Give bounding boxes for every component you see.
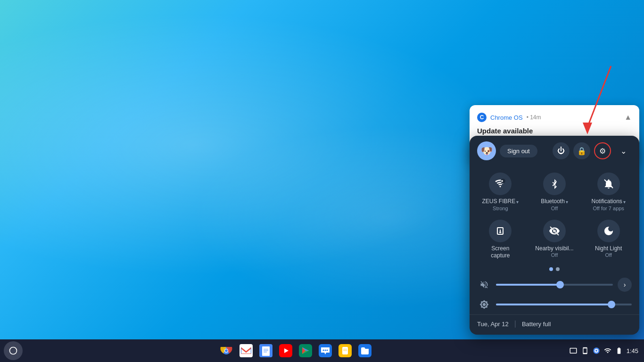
screen-capture-toggle-circle: [489, 220, 512, 242]
wifi-label: ZEUS FIBRE: [482, 198, 515, 206]
status-battery: Battery full: [522, 321, 551, 328]
avatar[interactable]: 🐶: [477, 141, 496, 160]
taskbar-app-gmail[interactable]: [238, 342, 255, 359]
svg-rect-16: [264, 352, 267, 353]
svg-rect-14: [264, 349, 268, 350]
settings-icon: ⚙: [599, 147, 606, 156]
volume-expand-button[interactable]: ›: [618, 278, 632, 292]
launcher-button[interactable]: [4, 341, 23, 360]
chevron-down-icon: ⌄: [620, 147, 627, 156]
lock-button[interactable]: 🔒: [573, 142, 590, 159]
page-dots: [470, 265, 639, 275]
bluetooth-label: Bluetooth: [541, 198, 565, 206]
night-light-label: Night Light: [595, 245, 622, 253]
taskbar: 1:45: [0, 339, 644, 362]
taskbar-app-messages[interactable]: [317, 342, 334, 359]
power-icon: ⏻: [557, 147, 565, 155]
settings-button[interactable]: ⚙: [594, 142, 611, 159]
clock-display[interactable]: 1:45: [627, 347, 638, 354]
svg-point-6: [10, 347, 17, 354]
bluetooth-toggle[interactable]: Bluetooth ▾ Off: [528, 168, 582, 215]
nearby-visibility-label: Nearby visibil...: [535, 245, 573, 253]
status-date: Tue, Apr 12: [477, 321, 509, 328]
screen-capture-toggle[interactable]: Screencapture: [473, 215, 528, 263]
taskbar-app-chrome[interactable]: [218, 342, 235, 359]
screen-capture-label: Screencapture: [491, 245, 510, 260]
brightness-track[interactable]: [496, 304, 632, 305]
desktop: C Chrome OS • 14m ▲ Update available Lea…: [0, 0, 644, 362]
bluetooth-toggle-circle: [543, 173, 566, 195]
notif-time: • 14m: [527, 114, 541, 121]
battery-tray-icon: [615, 347, 623, 354]
bluetooth-dropdown-arrow: ▾: [566, 199, 568, 205]
wifi-toggle-circle: [489, 173, 512, 195]
quick-settings-panel: 🐶 Sign out ⏻ 🔒 ⚙ ⌄: [470, 136, 639, 335]
nearby-visibility-toggle[interactable]: Nearby visibil... Off: [528, 215, 582, 263]
taskbar-app-keep[interactable]: [337, 342, 354, 359]
status-divider: |: [514, 320, 516, 328]
power-button[interactable]: ⏻: [553, 142, 570, 159]
svg-point-22: [325, 350, 326, 351]
toggle-grid: ZEUS FIBRE ▾ Strong Bluetooth ▾ Off: [470, 166, 639, 265]
svg-rect-26: [343, 349, 347, 350]
night-light-status: Off: [605, 252, 611, 258]
nearby-visibility-status: Off: [551, 252, 558, 258]
svg-point-23: [327, 350, 328, 351]
lock-icon: 🔒: [577, 147, 586, 156]
collapse-button[interactable]: ⌄: [615, 142, 632, 159]
taskbar-app-docs[interactable]: [257, 342, 274, 359]
page-dot-1[interactable]: [549, 267, 553, 271]
wifi-dropdown-arrow: ▾: [516, 199, 519, 205]
wifi-status: Strong: [493, 206, 508, 211]
night-light-toggle[interactable]: Night Light Off: [581, 215, 636, 263]
notif-app-name: Chrome OS: [490, 114, 523, 121]
notifications-status: Off for 7 apps: [593, 206, 624, 211]
volume-icon[interactable]: [477, 278, 491, 292]
panel-top-row: 🐶 Sign out ⏻ 🔒 ⚙ ⌄: [470, 136, 639, 166]
screen-capture-tray-icon[interactable]: [569, 346, 578, 355]
volume-track[interactable]: [496, 284, 613, 286]
svg-rect-13: [262, 346, 270, 356]
status-bar: Tue, Apr 12 | Battery full: [470, 314, 639, 335]
volume-slider-row: ›: [470, 275, 639, 295]
svg-rect-15: [264, 350, 268, 351]
brightness-icon: [477, 297, 491, 312]
chrome-os-icon: C: [477, 113, 487, 122]
night-light-toggle-circle: [597, 220, 620, 242]
notifications-toggle-circle: [597, 173, 620, 195]
svg-point-10: [225, 349, 228, 352]
page-dot-2[interactable]: [556, 267, 560, 271]
phone-hub-tray-icon[interactable]: [581, 347, 589, 354]
svg-point-31: [595, 350, 597, 352]
nearby-visibility-toggle-circle: [543, 220, 566, 242]
bluetooth-status: Off: [551, 206, 558, 211]
notifications-toggle[interactable]: Notifications ▾ Off for 7 apps: [581, 168, 636, 215]
wifi-tray-icon[interactable]: [604, 347, 611, 354]
svg-rect-27: [343, 350, 347, 351]
sign-out-button[interactable]: Sign out: [500, 145, 537, 157]
notif-expand-icon[interactable]: ▲: [624, 113, 632, 122]
notif-title: Update available: [477, 127, 632, 135]
wifi-toggle[interactable]: ZEUS FIBRE ▾ Strong: [473, 168, 528, 215]
taskbar-app-files[interactable]: [356, 342, 373, 359]
brightness-slider-row: [470, 295, 639, 314]
taskbar-app-youtube[interactable]: [277, 342, 294, 359]
taskbar-app-play-store[interactable]: [297, 342, 314, 359]
google-assistant-tray-icon[interactable]: [593, 347, 600, 354]
notifications-dropdown-arrow: ▾: [623, 199, 626, 205]
notifications-label: Notifications: [591, 198, 622, 206]
svg-point-21: [323, 350, 324, 351]
